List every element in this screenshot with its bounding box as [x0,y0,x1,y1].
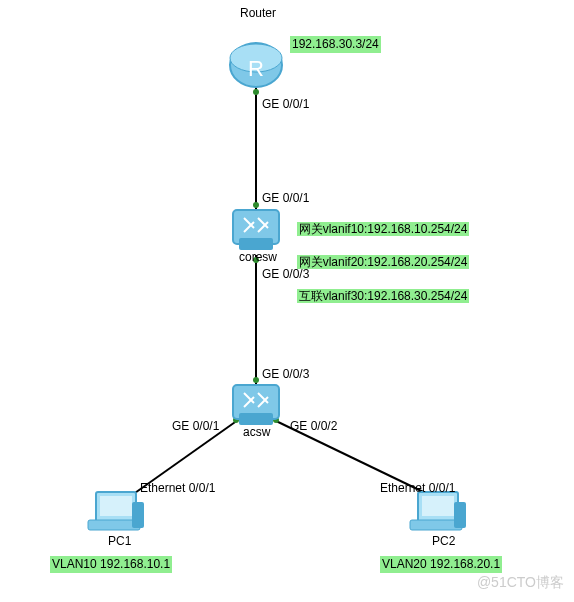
coresw-info: 网关vlanif10:192.168.10.254/24 网关vlanif20:… [290,204,469,305]
svg-text:R: R [248,56,264,81]
coresw-vlanif30: 互联vlanif30:192.168.30.254/24 [297,289,470,303]
port-pc2-eth: Ethernet 0/0/1 [380,480,455,497]
port-acsw-ge001: GE 0/0/1 [172,418,219,435]
port-router-ge001: GE 0/0/1 [262,96,309,113]
pc1-title: PC1 [108,534,131,548]
svg-rect-28 [422,496,454,516]
svg-point-0 [253,89,259,95]
pc1-icon [88,492,144,530]
port-acsw-ge002: GE 0/0/2 [290,418,337,435]
svg-rect-18 [239,413,273,425]
coresw-vlanif20: 网关vlanif20:192.168.20.254/24 [297,255,470,269]
svg-rect-30 [454,502,466,528]
svg-rect-12 [239,238,273,250]
svg-rect-26 [132,502,144,528]
pc2-title: PC2 [432,534,455,548]
acsw-icon [233,385,279,425]
pc2-vlan: VLAN20 192.168.20.1 [380,556,502,573]
svg-point-1 [253,202,259,208]
acsw-title: acsw [243,425,270,439]
svg-point-3 [253,377,259,383]
port-coresw-ge001: GE 0/0/1 [262,190,309,207]
coresw-title: coresw [239,250,277,264]
port-pc1-eth: Ethernet 0/0/1 [140,480,215,497]
router-ip: 192.168.30.3/24 [290,36,381,53]
port-coresw-ge003: GE 0/0/3 [262,266,309,283]
svg-rect-24 [100,496,132,516]
topology-canvas: R Router coresw acsw PC1 PC2 192.168.30.… [0,0,574,602]
watermark: @51CTO博客 [477,574,564,592]
router-icon: R [230,43,282,87]
router-title: Router [240,6,276,20]
coresw-vlanif10: 网关vlanif10:192.168.10.254/24 [297,222,470,236]
pc2-icon [410,492,466,530]
port-acsw-ge003: GE 0/0/3 [262,366,309,383]
pc1-vlan: VLAN10 192.168.10.1 [50,556,172,573]
coresw-icon [233,210,279,250]
link-layer: R [0,0,574,602]
